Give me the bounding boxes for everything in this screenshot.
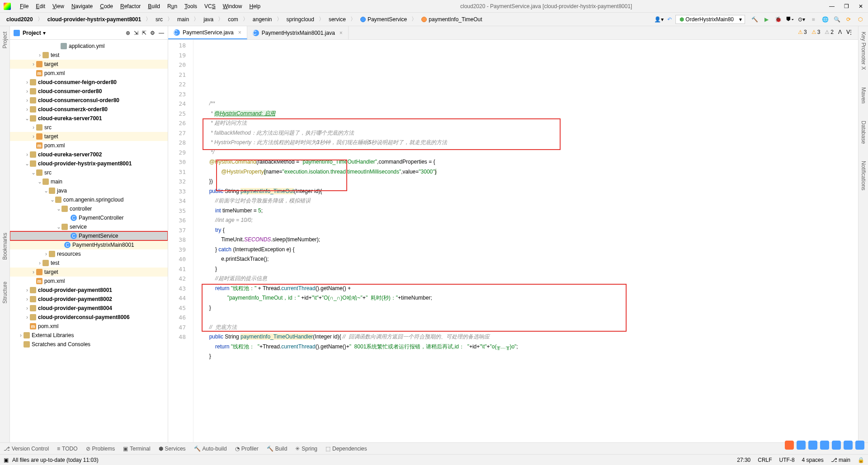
ide-update-icon[interactable]: ⬡ xyxy=(856,15,864,23)
tab-payment-hystrix-main[interactable]: C PaymentHystrixMain8001.java × xyxy=(247,26,349,39)
project-tree[interactable]: application.yml›test›targetmpom.xml›clou… xyxy=(10,40,168,442)
tree-item[interactable]: ›cloud-consumer-order80 xyxy=(10,87,168,96)
tree-item[interactable]: ⌄src xyxy=(10,168,168,177)
settings-icon[interactable]: ⚙ xyxy=(150,30,155,36)
tree-item[interactable]: ⌄service xyxy=(10,222,168,231)
close-tab-icon[interactable]: × xyxy=(340,30,343,36)
version-control-button[interactable]: ⎇ Version Control xyxy=(4,446,49,452)
tree-item[interactable]: ›cloud-providerconsul-payment8006 xyxy=(10,313,168,322)
close-tab-icon[interactable]: × xyxy=(238,29,241,36)
tree-item[interactable]: mpom.xml xyxy=(10,277,168,286)
caret-position[interactable]: 27:30 xyxy=(737,457,750,463)
tab-payment-service[interactable]: C PaymentService.java × xyxy=(168,26,247,39)
project-view-selector[interactable]: Project xyxy=(23,30,41,36)
breadcrumb-item[interactable]: PaymentService xyxy=(358,15,410,23)
tree-item[interactable]: ⌄com.angenin.springcloud xyxy=(10,195,168,204)
code-editor[interactable]: /** * @HystrixCommand: 启用 * 超时访问方法 * fal… xyxy=(193,40,858,442)
tree-item[interactable]: ›resources xyxy=(10,249,168,258)
menu-build[interactable]: Build xyxy=(144,3,164,9)
tree-item[interactable]: ›src xyxy=(10,123,168,132)
expand-all-icon[interactable]: ⇲ xyxy=(134,30,138,36)
tree-item[interactable]: Scratches and Consoles xyxy=(10,340,168,349)
close-button[interactable]: ✕ xyxy=(857,3,864,9)
notifications-button[interactable]: Notifications xyxy=(860,159,867,192)
ime-opt-3[interactable] xyxy=(820,441,829,450)
profile-icon[interactable]: ⊙▾ xyxy=(797,15,806,23)
tree-item[interactable]: ›target xyxy=(10,268,168,277)
build-icon[interactable]: 🔨 xyxy=(750,15,759,23)
tree-item[interactable]: ›External Libraries xyxy=(10,331,168,340)
terminal-button[interactable]: ▣ Terminal xyxy=(123,446,150,452)
tree-item[interactable]: mpom.xml xyxy=(10,141,168,150)
maximize-button[interactable]: ❐ xyxy=(843,3,850,9)
lock-icon[interactable]: 🔒 xyxy=(858,457,864,463)
git-branch[interactable]: ⎇ main xyxy=(831,457,850,463)
problems-button[interactable]: ⊘ Problems xyxy=(86,446,115,452)
hide-icon[interactable]: — xyxy=(159,30,164,36)
coverage-icon[interactable]: ⛊▾ xyxy=(786,15,794,23)
tree-item[interactable]: CPaymentService xyxy=(10,231,168,240)
bookmarks-tool-button[interactable]: Bookmarks xyxy=(2,231,8,262)
dependencies-button[interactable]: ⬚ Dependencies xyxy=(326,446,367,452)
tree-item[interactable]: application.yml xyxy=(10,42,168,51)
encoding[interactable]: UTF-8 xyxy=(779,457,795,463)
menu-navigate[interactable]: Navigate xyxy=(68,3,96,9)
breadcrumb-item[interactable]: service xyxy=(326,15,349,23)
tree-item[interactable]: ⌄cloud-eureka-server7001 xyxy=(10,114,168,123)
breadcrumb-item[interactable]: cloud-provider-hystrix-payment8001 xyxy=(45,15,144,23)
run-config-selector[interactable]: ⬢ OrderHystrixMain80 xyxy=(675,15,745,24)
ime-opt-5[interactable] xyxy=(844,441,853,450)
profiler-button[interactable]: ◔ Profiler xyxy=(235,446,259,452)
menu-vcs[interactable]: VCS xyxy=(201,3,219,9)
build-button[interactable]: 🔨 Build xyxy=(267,446,288,452)
breadcrumb-item[interactable]: angenin xyxy=(250,15,275,23)
debug-icon[interactable]: 🐞 xyxy=(774,15,782,23)
inspections-widget[interactable]: ⚠3 ⚠3 ⚠2 ᐱ ᐯ xyxy=(798,29,850,35)
user-icon[interactable]: 👤▾ xyxy=(654,16,664,23)
tree-item[interactable]: ›cloud-provider-payment8001 xyxy=(10,286,168,295)
spring-button[interactable]: ✳ Spring xyxy=(295,446,317,452)
tree-item[interactable]: CPaymentHystrixMain8001 xyxy=(10,240,168,249)
breadcrumb-item[interactable]: cloud2020 xyxy=(4,15,36,23)
collapse-all-icon[interactable]: ⇱ xyxy=(142,30,146,36)
project-tool-button[interactable]: Project xyxy=(2,30,8,50)
breadcrumb-item[interactable]: paymentInfo_TimeOut xyxy=(419,15,485,23)
tree-item[interactable]: ›cloud-provider-payment8004 xyxy=(10,304,168,313)
search-icon[interactable]: 🔍 xyxy=(833,15,841,23)
menu-window[interactable]: Window xyxy=(219,3,246,9)
line-gutter[interactable]: 18 19 20 21 22 23 24 25 26 27 28 29 30 3… xyxy=(168,40,193,442)
run-icon[interactable]: ▶ xyxy=(762,15,770,23)
prev-highlight-icon[interactable]: ᐱ xyxy=(838,29,842,35)
ime-opt-1[interactable] xyxy=(797,441,806,450)
menu-file[interactable]: File xyxy=(16,3,32,9)
breadcrumb-item[interactable]: springcloud xyxy=(284,15,317,23)
tree-item[interactable]: ›cloud-eureka-server7002 xyxy=(10,150,168,159)
tree-item[interactable]: ›test xyxy=(10,258,168,268)
database-button[interactable]: Database xyxy=(860,119,867,146)
tree-item[interactable]: ⌄controller xyxy=(10,204,168,213)
menu-code[interactable]: Code xyxy=(96,3,117,9)
select-opened-icon[interactable]: ⊕ xyxy=(126,30,130,36)
next-highlight-icon[interactable]: ᐯ xyxy=(846,29,850,35)
todo-button[interactable]: ≡ TODO xyxy=(57,446,77,452)
ime-icon[interactable] xyxy=(785,441,794,450)
menu-tools[interactable]: Tools xyxy=(181,3,201,9)
tree-item[interactable]: ›cloud-consumerconsul-order80 xyxy=(10,96,168,105)
breadcrumb-item[interactable]: main xyxy=(175,15,192,23)
nav-back-icon[interactable]: ↶ xyxy=(667,16,672,23)
breadcrumb-item[interactable]: com xyxy=(225,15,241,23)
tree-item[interactable]: ›target xyxy=(10,132,168,141)
breadcrumb-item[interactable]: java xyxy=(201,15,216,23)
tree-item[interactable]: ›cloud-consumer-feign-order80 xyxy=(10,78,168,87)
menu-edit[interactable]: Edit xyxy=(32,3,49,9)
line-separator[interactable]: CRLF xyxy=(758,457,772,463)
menu-help[interactable]: Help xyxy=(245,3,264,9)
tree-item[interactable]: ›test xyxy=(10,51,168,60)
ime-opt-4[interactable] xyxy=(832,441,841,450)
key-promoter-button[interactable]: Key Promoter X xyxy=(860,30,867,72)
services-button[interactable]: ⬢ Services xyxy=(159,446,186,452)
stop-icon[interactable]: ■ xyxy=(809,15,817,23)
tree-item[interactable]: ⌄main xyxy=(10,177,168,186)
sync-icon[interactable]: ⟳ xyxy=(844,15,853,23)
structure-tool-button[interactable]: Structure xyxy=(2,280,8,305)
